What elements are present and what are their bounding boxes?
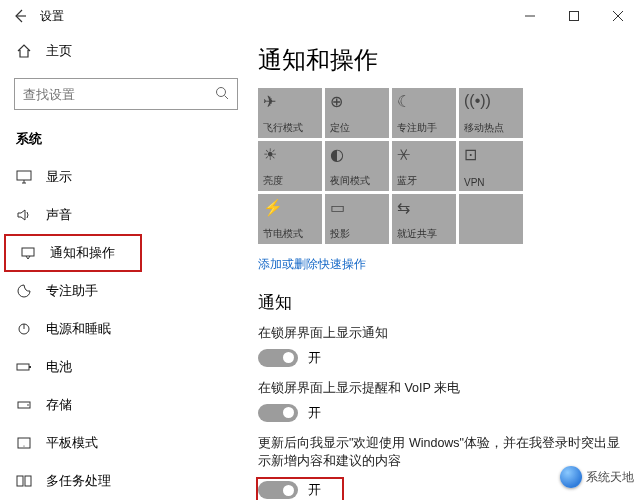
sidebar-home-label: 主页 [46, 42, 72, 60]
sidebar-item-notifications[interactable]: 通知和操作 [4, 234, 142, 272]
quick-action-tile[interactable]: ✈飞行模式 [258, 88, 322, 138]
tile-icon: ✈ [263, 92, 276, 111]
svg-rect-3 [22, 248, 34, 256]
quick-actions-grid: ✈飞行模式⊕定位☾专注助手((•))移动热点☀亮度◐夜间模式⚹蓝牙⊡VPN⚡节电… [258, 88, 630, 244]
sidebar-item-storage[interactable]: 存储 [0, 386, 252, 424]
sidebar-item-label: 多任务处理 [46, 472, 111, 490]
quick-action-tile[interactable]: ☾专注助手 [392, 88, 456, 138]
svg-rect-11 [17, 476, 23, 486]
sidebar-item-multitask[interactable]: 多任务处理 [0, 462, 252, 500]
tile-icon: ⊡ [464, 145, 477, 164]
sidebar-item-label: 平板模式 [46, 434, 98, 452]
tile-icon: ⚹ [397, 145, 410, 163]
svg-rect-5 [17, 364, 29, 370]
tile-label: 飞行模式 [263, 121, 303, 135]
tile-icon: ⇆ [397, 198, 410, 217]
tile-label: 夜间模式 [330, 174, 370, 188]
close-button[interactable] [596, 0, 640, 32]
search-input-wrap [14, 78, 238, 110]
display-icon [16, 169, 32, 185]
quick-action-tile[interactable]: ▭投影 [325, 194, 389, 244]
sidebar-item-label: 存储 [46, 396, 72, 414]
tile-icon: ☾ [397, 92, 411, 111]
tile-icon: ⚡ [263, 198, 283, 217]
page-title: 通知和操作 [258, 32, 630, 84]
tablet-icon [16, 435, 32, 451]
focus-icon [16, 283, 32, 299]
quick-action-tile[interactable]: ⚹蓝牙 [392, 141, 456, 191]
sidebar-home[interactable]: 主页 [0, 32, 252, 70]
search-input[interactable] [14, 78, 238, 110]
sidebar: 主页 系统 显示声音通知和操作专注助手电源和睡眠电池存储平板模式多任务处理投影到… [0, 32, 252, 500]
sidebar-item-label: 电池 [46, 358, 72, 376]
window-title: 设置 [40, 8, 64, 25]
tile-label: 移动热点 [464, 121, 504, 135]
toggle-state-label: 开 [308, 404, 321, 422]
home-icon [16, 43, 32, 59]
quick-action-tile [459, 194, 523, 244]
tile-icon: ▭ [330, 198, 345, 217]
search-icon [214, 85, 230, 101]
tile-icon: ☀ [263, 145, 277, 164]
svg-rect-2 [17, 171, 31, 180]
watermark: 系统天地 [560, 466, 634, 488]
tile-label: VPN [464, 177, 485, 188]
quick-action-tile[interactable]: ⊕定位 [325, 88, 389, 138]
toggle-state-label: 开 [308, 481, 321, 499]
quick-action-tile[interactable]: ((•))移动热点 [459, 88, 523, 138]
sidebar-item-sound[interactable]: 声音 [0, 196, 252, 234]
svg-point-8 [27, 404, 29, 406]
quick-action-tile[interactable]: ⊡VPN [459, 141, 523, 191]
toggle-switch[interactable] [258, 404, 298, 422]
globe-icon [560, 466, 582, 488]
content: 通知和操作 ✈飞行模式⊕定位☾专注助手((•))移动热点☀亮度◐夜间模式⚹蓝牙⊡… [252, 32, 640, 500]
tile-label: 专注助手 [397, 121, 437, 135]
minimize-button[interactable] [508, 0, 552, 32]
svg-rect-6 [29, 366, 31, 368]
tile-icon: ◐ [330, 145, 344, 164]
tile-label: 定位 [330, 121, 350, 135]
setting-item: 在锁屏界面上显示通知开 [258, 324, 630, 367]
sidebar-item-power[interactable]: 电源和睡眠 [0, 310, 252, 348]
svg-rect-0 [570, 12, 579, 21]
tile-icon: ((•)) [464, 92, 491, 110]
sidebar-item-label: 通知和操作 [50, 244, 115, 262]
tile-label: 投影 [330, 227, 350, 241]
sidebar-item-display[interactable]: 显示 [0, 158, 252, 196]
setting-desc: 在锁屏界面上显示提醒和 VoIP 来电 [258, 379, 630, 398]
maximize-button[interactable] [552, 0, 596, 32]
notifications-heading: 通知 [258, 291, 630, 314]
tile-label: 亮度 [263, 174, 283, 188]
battery-icon [16, 359, 32, 375]
sidebar-item-tablet[interactable]: 平板模式 [0, 424, 252, 462]
toggle-state-label: 开 [308, 349, 321, 367]
sidebar-item-battery[interactable]: 电池 [0, 348, 252, 386]
quick-action-tile[interactable]: ☀亮度 [258, 141, 322, 191]
tile-label: 就近共享 [397, 227, 437, 241]
quick-action-tile[interactable]: ⇆就近共享 [392, 194, 456, 244]
back-button[interactable] [8, 4, 32, 28]
setting-item: 在锁屏界面上显示提醒和 VoIP 来电开 [258, 379, 630, 422]
sound-icon [16, 207, 32, 223]
sidebar-item-label: 专注助手 [46, 282, 98, 300]
notifications-icon [20, 245, 36, 261]
sidebar-item-label: 声音 [46, 206, 72, 224]
edit-quick-actions-link[interactable]: 添加或删除快速操作 [258, 256, 366, 273]
sidebar-item-label: 显示 [46, 168, 72, 186]
setting-desc: 在锁屏界面上显示通知 [258, 324, 630, 343]
storage-icon [16, 397, 32, 413]
power-icon [16, 321, 32, 337]
quick-action-tile[interactable]: ⚡节电模式 [258, 194, 322, 244]
tile-label: 蓝牙 [397, 174, 417, 188]
svg-rect-12 [25, 476, 31, 486]
quick-action-tile[interactable]: ◐夜间模式 [325, 141, 389, 191]
svg-point-1 [217, 88, 226, 97]
sidebar-section: 系统 [0, 124, 252, 158]
multitask-icon [16, 473, 32, 489]
sidebar-item-focus[interactable]: 专注助手 [0, 272, 252, 310]
toggle-switch[interactable] [258, 481, 298, 499]
sidebar-item-label: 电源和睡眠 [46, 320, 111, 338]
svg-point-10 [23, 445, 24, 446]
toggle-switch[interactable] [258, 349, 298, 367]
tile-icon: ⊕ [330, 92, 343, 111]
